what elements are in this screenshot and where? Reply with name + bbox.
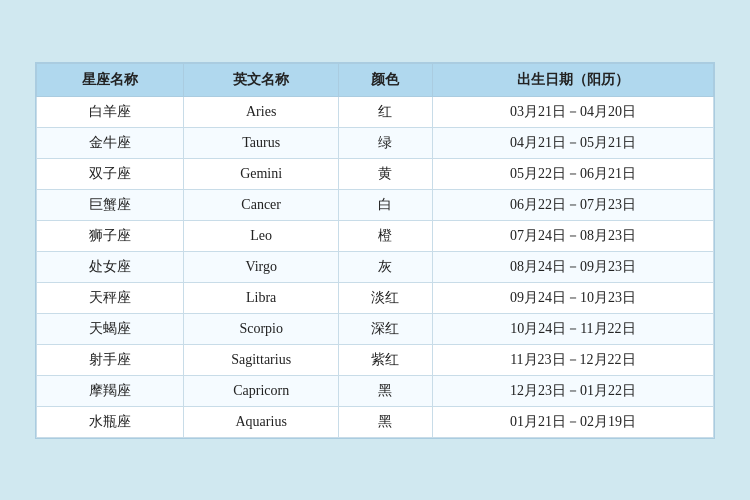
table-row: 射手座Sagittarius紫红11月23日－12月22日	[37, 344, 714, 375]
table-row: 白羊座Aries红03月21日－04月20日	[37, 96, 714, 127]
table-cell: 巨蟹座	[37, 189, 184, 220]
table-cell: Taurus	[184, 127, 339, 158]
table-cell: 绿	[339, 127, 433, 158]
table-cell: 08月24日－09月23日	[432, 251, 713, 282]
table-cell: 黑	[339, 375, 433, 406]
table-cell: Scorpio	[184, 313, 339, 344]
table-cell: 摩羯座	[37, 375, 184, 406]
table-cell: 处女座	[37, 251, 184, 282]
table-cell: 灰	[339, 251, 433, 282]
table-cell: Virgo	[184, 251, 339, 282]
table-cell: Leo	[184, 220, 339, 251]
table-cell: Gemini	[184, 158, 339, 189]
table-cell: 淡红	[339, 282, 433, 313]
table-cell: 06月22日－07月23日	[432, 189, 713, 220]
table-row: 金牛座Taurus绿04月21日－05月21日	[37, 127, 714, 158]
table-cell: 深红	[339, 313, 433, 344]
table-cell: 水瓶座	[37, 406, 184, 437]
table-row: 双子座Gemini黄05月22日－06月21日	[37, 158, 714, 189]
table-header-cell: 颜色	[339, 63, 433, 96]
table-cell: 黑	[339, 406, 433, 437]
table-cell: 07月24日－08月23日	[432, 220, 713, 251]
table-header-cell: 英文名称	[184, 63, 339, 96]
table-cell: Cancer	[184, 189, 339, 220]
table-cell: Sagittarius	[184, 344, 339, 375]
table-header-cell: 星座名称	[37, 63, 184, 96]
table-cell: 天蝎座	[37, 313, 184, 344]
table-row: 摩羯座Capricorn黑12月23日－01月22日	[37, 375, 714, 406]
table-cell: 11月23日－12月22日	[432, 344, 713, 375]
table-cell: 红	[339, 96, 433, 127]
table-cell: 金牛座	[37, 127, 184, 158]
table-cell: 射手座	[37, 344, 184, 375]
table-cell: 白羊座	[37, 96, 184, 127]
table-header-cell: 出生日期（阳历）	[432, 63, 713, 96]
table-cell: Capricorn	[184, 375, 339, 406]
table-cell: Aries	[184, 96, 339, 127]
table-cell: 白	[339, 189, 433, 220]
table-cell: 黄	[339, 158, 433, 189]
table-row: 水瓶座Aquarius黑01月21日－02月19日	[37, 406, 714, 437]
table-cell: 05月22日－06月21日	[432, 158, 713, 189]
table-cell: Libra	[184, 282, 339, 313]
zodiac-table: 星座名称英文名称颜色出生日期（阳历） 白羊座Aries红03月21日－04月20…	[36, 63, 714, 438]
table-cell: 03月21日－04月20日	[432, 96, 713, 127]
table-cell: 09月24日－10月23日	[432, 282, 713, 313]
table-cell: 04月21日－05月21日	[432, 127, 713, 158]
table-row: 处女座Virgo灰08月24日－09月23日	[37, 251, 714, 282]
zodiac-table-container: 星座名称英文名称颜色出生日期（阳历） 白羊座Aries红03月21日－04月20…	[35, 62, 715, 439]
table-row: 天蝎座Scorpio深红10月24日－11月22日	[37, 313, 714, 344]
table-cell: 紫红	[339, 344, 433, 375]
table-cell: 12月23日－01月22日	[432, 375, 713, 406]
table-header-row: 星座名称英文名称颜色出生日期（阳历）	[37, 63, 714, 96]
table-cell: 10月24日－11月22日	[432, 313, 713, 344]
table-row: 巨蟹座Cancer白06月22日－07月23日	[37, 189, 714, 220]
table-cell: 天秤座	[37, 282, 184, 313]
table-cell: 橙	[339, 220, 433, 251]
table-cell: 狮子座	[37, 220, 184, 251]
table-cell: 01月21日－02月19日	[432, 406, 713, 437]
table-row: 天秤座Libra淡红09月24日－10月23日	[37, 282, 714, 313]
table-row: 狮子座Leo橙07月24日－08月23日	[37, 220, 714, 251]
table-cell: 双子座	[37, 158, 184, 189]
table-cell: Aquarius	[184, 406, 339, 437]
